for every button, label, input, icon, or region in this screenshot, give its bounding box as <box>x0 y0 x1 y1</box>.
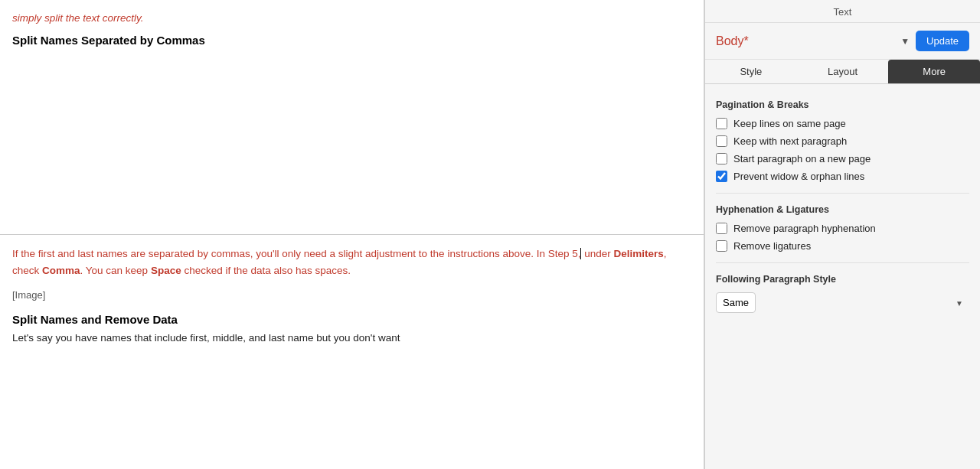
text-cursor <box>580 248 581 259</box>
new-page-checkbox[interactable] <box>716 153 727 164</box>
bold-delimiters: Delimiters <box>614 248 664 259</box>
remove-ligatures-label: Remove ligatures <box>733 240 811 252</box>
widow-orphan-checkbox[interactable] <box>716 171 727 182</box>
keep-next-row: Keep with next paragraph <box>716 135 969 147</box>
doc-red-paragraph: If the first and last names are separate… <box>12 246 691 280</box>
tab-layout[interactable]: Layout <box>797 60 889 83</box>
keep-next-checkbox[interactable] <box>716 135 727 147</box>
keep-lines-checkbox[interactable] <box>716 118 727 129</box>
panel-title: Text <box>705 0 980 23</box>
tab-bar: Style Layout More <box>705 60 980 84</box>
keep-lines-label: Keep lines on same page <box>733 118 846 129</box>
doc-top-section: simply split the text correctly. Split N… <box>0 0 704 234</box>
keep-next-label: Keep with next paragraph <box>733 135 847 147</box>
style-name: Body* <box>716 34 894 48</box>
remove-ligatures-row: Remove ligatures <box>716 240 969 252</box>
doc-top-faded-text: simply split the text correctly. <box>12 11 691 26</box>
pagination-section-title: Pagination & Breaks <box>716 99 969 110</box>
doc-image-placeholder: [Image] <box>12 289 691 301</box>
right-panel: Text Body* ▼ Update Style Layout More Pa… <box>704 0 980 469</box>
bold-comma: Comma <box>42 265 80 276</box>
remove-hyphenation-checkbox[interactable] <box>716 223 727 234</box>
update-button[interactable]: Update <box>916 31 969 51</box>
bold-space: Space <box>151 265 181 276</box>
doc-heading-2: Split Names and Remove Data <box>12 313 691 326</box>
remove-hyphenation-row: Remove paragraph hyphenation <box>716 223 969 234</box>
tab-style[interactable]: Style <box>705 60 797 83</box>
following-para-select-wrapper: Same <box>716 292 969 313</box>
hyphenation-section-title: Hyphenation & Ligatures <box>716 204 969 215</box>
style-dropdown-arrow[interactable]: ▼ <box>900 36 910 47</box>
style-selector-row: Body* ▼ Update <box>705 23 980 60</box>
tab-more[interactable]: More <box>888 60 980 83</box>
panel-body: Pagination & Breaks Keep lines on same p… <box>705 84 980 469</box>
hyphenation-divider <box>716 262 969 263</box>
new-page-label: Start paragraph on a new page <box>733 153 871 164</box>
doc-body-text: Let's say you have names that include fi… <box>12 331 691 347</box>
following-para-select[interactable]: Same <box>716 292 756 313</box>
doc-heading-1: Split Names Separated by Commas <box>12 34 691 47</box>
document-area: simply split the text correctly. Split N… <box>0 0 704 469</box>
widow-orphan-label: Prevent widow & orphan lines <box>733 171 864 182</box>
new-page-row: Start paragraph on a new page <box>716 153 969 164</box>
pagination-divider <box>716 193 969 194</box>
following-para-title: Following Paragraph Style <box>716 274 969 285</box>
keep-lines-row: Keep lines on same page <box>716 118 969 129</box>
doc-lower-section: If the first and last names are separate… <box>0 235 704 469</box>
remove-hyphenation-label: Remove paragraph hyphenation <box>733 223 876 234</box>
remove-ligatures-checkbox[interactable] <box>716 240 727 252</box>
widow-orphan-row: Prevent widow & orphan lines <box>716 171 969 182</box>
